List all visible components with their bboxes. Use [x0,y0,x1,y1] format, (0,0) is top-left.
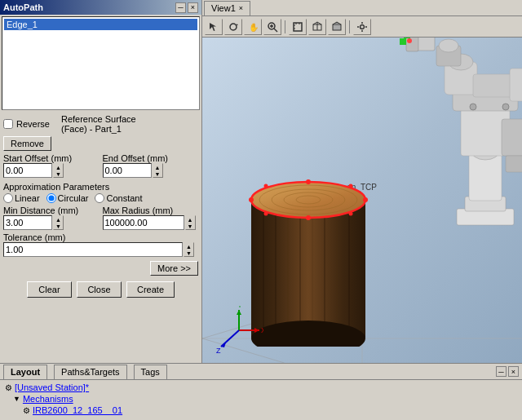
mechanisms-expand-icon[interactable]: ▼ [13,395,20,403]
station-tree-item[interactable]: ⚙ [Unsaved Station]* [3,382,519,393]
min-distance-spinner: ▲ ▼ [53,215,64,230]
reverse-label: Reverse [16,119,50,129]
close-panel-button[interactable]: × [188,2,198,13]
max-radius-up[interactable]: ▲ [186,216,195,223]
toolbar-sep-1 [285,20,285,33]
svg-point-32 [470,104,476,110]
tags-tab[interactable]: Tags [134,365,167,379]
svg-point-60 [306,179,311,184]
fit-view-button[interactable] [289,19,307,35]
start-offset-up[interactable]: ▲ [54,164,63,170]
layout-tab-label: Layout [11,367,40,377]
view1-tab[interactable]: View1 × [204,1,250,15]
linear-radio[interactable] [3,193,13,203]
svg-text:✋: ✋ [249,22,259,33]
edge-list-item[interactable]: Edge_1 [4,19,197,30]
tolerance-spinner: ▲ ▼ [184,242,194,257]
settings-button[interactable] [353,19,371,35]
view-canvas[interactable]: en_TCP [202,38,522,363]
svg-point-33 [502,104,509,110]
station-link[interactable]: [Unsaved Station]* [15,382,89,392]
svg-rect-36 [404,38,410,38]
start-offset-label: Start Offset (mm) [3,153,100,163]
end-offset-up[interactable]: ▲ [153,164,162,170]
svg-text:Z: Z [216,347,221,355]
bottom-panel-pin-button[interactable]: ─ [496,366,507,377]
pan-tool-button[interactable]: ✋ [244,19,262,35]
zoom-tool-button[interactable] [263,19,281,35]
circular-radio[interactable] [46,193,56,203]
more-button[interactable]: More >> [150,261,198,276]
min-distance-input[interactable] [3,215,52,230]
svg-point-61 [306,215,311,220]
svg-text:X: X [261,326,263,334]
max-radius-down[interactable]: ▼ [186,223,195,229]
svg-rect-35 [506,156,522,172]
edge-list[interactable]: Edge_1 [2,16,200,110]
svg-line-3 [274,29,277,32]
svg-point-65 [349,212,353,216]
svg-line-73 [221,330,239,347]
tolerance-label: Tolerance (mm) [3,232,198,242]
robot-tree-item[interactable]: ⚙ IRB2600_12_165__01 [3,405,519,416]
constant-label: Constant [106,193,142,203]
view-titlebar: View1 × [202,0,522,16]
tolerance-up[interactable]: ▲ [184,243,193,250]
svg-point-59 [363,197,368,202]
view-panel: View1 × ✋ [202,0,522,363]
create-button[interactable]: Create [126,281,175,298]
min-distance-down[interactable]: ▼ [54,223,63,229]
paths-targets-tab[interactable]: Paths&Targets [54,365,127,379]
end-offset-down[interactable]: ▼ [153,170,162,177]
svg-point-13 [361,24,365,29]
svg-point-58 [249,197,254,202]
start-offset-down[interactable]: ▼ [54,170,63,177]
view-toolbar: ✋ [202,16,522,38]
reference-surface-value: (Face) - Part_1 [61,124,136,134]
svg-point-0 [230,24,237,30]
bottom-panel-titlebar: Layout Paths&Targets Tags ─ × [0,364,522,380]
shaded-button[interactable] [328,19,346,35]
end-offset-input[interactable] [103,163,152,178]
wireframe-button[interactable] [308,19,326,35]
bottom-panel-close-button[interactable]: × [508,366,519,377]
min-distance-up[interactable]: ▲ [54,216,63,223]
svg-rect-34 [502,119,522,156]
svg-point-16 [357,26,359,28]
svg-rect-37 [400,38,406,45]
bottom-content: ⚙ [Unsaved Station]* ▼ Mechanisms ⚙ IRB2… [0,380,522,420]
min-distance-label: Min Distance (mm) [3,206,100,215]
svg-marker-68 [254,328,259,333]
view1-tab-close[interactable]: × [239,4,243,12]
rotate-tool-button[interactable] [224,19,242,35]
approx-params-label: Approximation Parameters [3,182,198,192]
start-offset-spinner: ▲ ▼ [53,163,64,178]
max-radius-input[interactable] [103,215,184,230]
reference-surface-label: Reference Surface [61,114,136,124]
svg-point-38 [407,38,412,43]
view1-tab-label: View1 [211,3,236,13]
max-radius-spinner: ▲ ▼ [185,215,196,230]
autopath-title: AutoPath [3,2,43,12]
layout-tab[interactable]: Layout [3,365,47,379]
mechanisms-link[interactable]: Mechanisms [23,394,73,404]
start-offset-input[interactable] [3,163,52,178]
reverse-row: Reverse [3,119,50,129]
constant-radio[interactable] [95,193,104,203]
select-tool-button[interactable] [205,19,223,35]
autopath-titlebar: AutoPath ─ × [0,0,201,15]
approx-radio-row: Linear Circular Constant [3,193,198,203]
pin-button[interactable]: ─ [175,2,186,13]
remove-button[interactable]: Remove [3,136,51,151]
svg-rect-6 [294,23,302,31]
axes-indicator: X Y Z [215,306,263,355]
robot-link[interactable]: IRB2600_12_165__01 [33,405,122,415]
paths-targets-tab-label: Paths&Targets [61,367,120,377]
close-button[interactable]: Close [77,281,122,298]
tolerance-down[interactable]: ▼ [184,250,193,256]
svg-rect-31 [510,69,522,101]
mechanisms-tree-item[interactable]: ▼ Mechanisms [3,393,519,405]
clear-button[interactable]: Clear [27,281,72,298]
tolerance-input[interactable] [3,242,183,257]
reverse-checkbox[interactable] [3,119,13,129]
